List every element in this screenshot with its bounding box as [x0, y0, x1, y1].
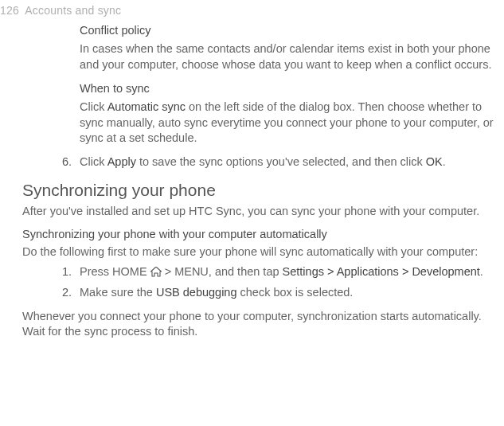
page-number: 126 — [0, 3, 22, 18]
home-icon — [150, 266, 162, 282]
step6-bold1: Apply — [107, 155, 136, 168]
sync-phone-lead: After you've installed and set up HTC Sy… — [22, 204, 496, 220]
step-6: 6. Click Apply to save the sync options … — [62, 154, 496, 170]
conflict-policy-block: Conflict policy In cases when the same c… — [80, 23, 496, 73]
step-2-body: Make sure the USB debugging check box is… — [80, 285, 496, 301]
when-to-sync-body: Click Automatic sync on the left side of… — [80, 100, 496, 147]
conflict-policy-body: In cases when the same contacts and/or c… — [80, 41, 496, 72]
page-content: Conflict policy In cases when the same c… — [0, 23, 504, 340]
sync-phone-heading: Synchronizing your phone — [22, 179, 496, 201]
step1-bold: Settings > Applications > Development — [283, 265, 480, 278]
sync-auto-subheading: Synchronizing your phone with your compu… — [22, 227, 496, 243]
step-1-number: 1. — [62, 264, 80, 282]
step6-suffix: . — [443, 155, 446, 168]
step1-suffix: . — [480, 265, 483, 278]
when-to-sync-prefix: Click — [80, 100, 107, 113]
when-to-sync-bold: Automatic sync — [107, 100, 186, 113]
tail-paragraph: Whenever you connect your phone to your … — [22, 309, 496, 340]
step1-prefix: Press HOME — [80, 265, 150, 278]
step-1-body: Press HOME > MENU, and then tap Settings… — [80, 264, 496, 282]
step-6-number: 6. — [62, 154, 80, 170]
step-2-number: 2. — [62, 285, 80, 301]
step6-prefix: Click — [80, 155, 107, 168]
sync-auto-lead: Do the following first to make sure your… — [22, 244, 496, 260]
step-1: 1. Press HOME > MENU, and then tap Setti… — [62, 264, 496, 282]
conflict-policy-title: Conflict policy — [80, 23, 496, 39]
step6-mid: to save the sync options you've selected… — [136, 155, 426, 168]
page-header: 126 Accounts and sync — [0, 0, 504, 23]
step-6-body: Click Apply to save the sync options you… — [80, 154, 496, 170]
when-to-sync-title: When to sync — [80, 81, 496, 97]
header-section: Accounts and sync — [25, 4, 121, 17]
step-2: 2. Make sure the USB debugging check box… — [62, 285, 496, 301]
when-to-sync-block: When to sync Click Automatic sync on the… — [80, 81, 496, 147]
step2-bold: USB debugging — [156, 286, 237, 299]
step1-mid: > MENU, and then tap — [162, 265, 283, 278]
step6-bold2: OK — [426, 155, 443, 168]
step2-suffix: check box is selected. — [237, 286, 354, 299]
step2-prefix: Make sure the — [80, 286, 156, 299]
